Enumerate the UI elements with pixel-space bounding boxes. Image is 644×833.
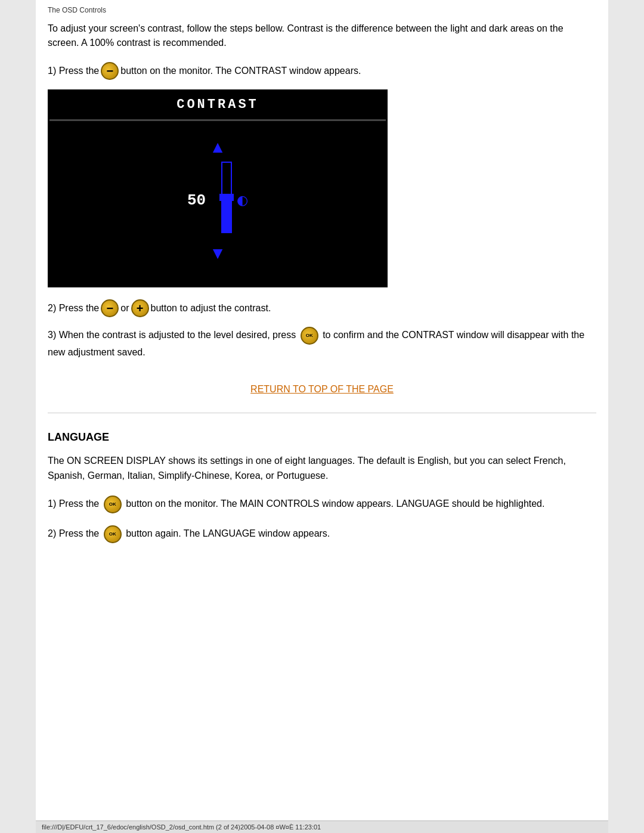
slider-fill bbox=[222, 197, 231, 232]
return-to-top-link[interactable]: RETURN TO TOP OF THE PAGE bbox=[250, 384, 394, 394]
contrast-middle-row: 50 ◐ bbox=[187, 162, 248, 239]
down-arrow-icon: ▼ bbox=[209, 245, 226, 262]
section-divider bbox=[48, 413, 596, 413]
page-title: The OSD Controls bbox=[48, 6, 596, 14]
slider-track bbox=[221, 162, 232, 233]
contrast-slider bbox=[221, 162, 232, 239]
step-3: 3) When the contrast is adjusted to the … bbox=[48, 327, 596, 360]
ok-button-icon-step3: OK bbox=[301, 327, 318, 345]
minus-button-icon-2: − bbox=[101, 299, 119, 317]
contrast-window-content: ▲ 50 ◐ ▼ bbox=[49, 121, 386, 280]
lang-step2-text-before: 2) Press the bbox=[48, 528, 99, 538]
step-1: 1) Press the − button on the monitor. Th… bbox=[48, 62, 596, 80]
intro-paragraph: To adjust your screen's contrast, follow… bbox=[48, 21, 596, 50]
lang-step2-text-after: button again. The LANGUAGE window appear… bbox=[126, 528, 330, 538]
lang-step1-text-after: button on the monitor. The MAIN CONTROLS… bbox=[126, 498, 544, 509]
step2-text-before: 2) Press the bbox=[48, 301, 99, 316]
return-link-container[interactable]: RETURN TO TOP OF THE PAGE bbox=[48, 384, 596, 395]
page-container: The OSD Controls To adjust your screen's… bbox=[36, 0, 608, 833]
footer-bar: file:///D|/EDFU/crt_17_6/edoc/english/OS… bbox=[36, 820, 608, 833]
contrast-window-title: CONTRAST bbox=[49, 91, 386, 121]
ok-button-icon-lang1: OK bbox=[104, 496, 122, 513]
step2-text-mid: or bbox=[120, 301, 129, 316]
step3-text-before: 3) When the contrast is adjusted to the … bbox=[48, 330, 296, 340]
step1-text-after: button on the monitor. The CONTRAST wind… bbox=[120, 63, 361, 79]
language-step-1: 1) Press the OK button on the monitor. T… bbox=[48, 496, 596, 513]
slider-thumb bbox=[219, 194, 234, 201]
step-2: 2) Press the − or + button to adjust the… bbox=[48, 299, 596, 317]
language-intro: The ON SCREEN DISPLAY shows its settings… bbox=[48, 453, 596, 484]
lang-step1-text-before: 1) Press the bbox=[48, 498, 99, 509]
step2-text-after: button to adjust the contrast. bbox=[151, 301, 271, 316]
contrast-value: 50 bbox=[187, 191, 206, 209]
contrast-controls: ▲ 50 ◐ ▼ bbox=[187, 139, 248, 262]
contrast-window: CONTRAST ▲ 50 ◐ ▼ bbox=[48, 89, 388, 287]
language-step-2: 2) Press the OK button again. The LANGUA… bbox=[48, 525, 596, 543]
footer-text: file:///D|/EDFU/crt_17_6/edoc/english/OS… bbox=[42, 823, 321, 831]
half-circle-icon: ◐ bbox=[237, 193, 248, 208]
minus-button-icon: − bbox=[101, 62, 119, 80]
ok-button-icon-lang2: OK bbox=[104, 525, 122, 543]
up-arrow-icon: ▲ bbox=[209, 139, 226, 156]
language-heading: LANGUAGE bbox=[48, 431, 596, 444]
plus-button-icon: + bbox=[131, 299, 149, 317]
step1-text-before: 1) Press the bbox=[48, 63, 99, 79]
